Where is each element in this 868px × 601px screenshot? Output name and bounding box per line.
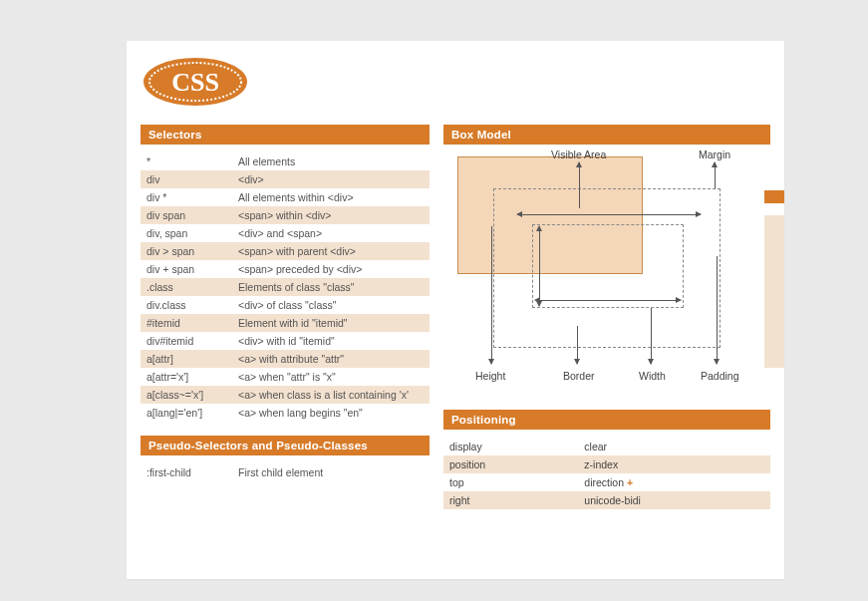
positioning-prop-left: top	[443, 473, 578, 491]
arrow	[715, 162, 716, 188]
table-row: *All elements	[141, 152, 430, 170]
svg-text:CSS: CSS	[171, 68, 219, 97]
left-column: Selectors *All elementsdiv<div>div *All …	[141, 125, 430, 523]
selectors-section: Selectors *All elementsdiv<div>div *All …	[141, 125, 430, 422]
selector-desc-cell: <a> when "attr" is "x"	[232, 368, 430, 386]
table-row: div, span<div> and <span>	[141, 224, 430, 242]
table-row: displayclear	[443, 438, 770, 455]
selector-cell: .class	[141, 278, 232, 296]
arrow	[579, 162, 580, 208]
table-row: div span<span> within <div>	[141, 206, 430, 224]
arrow	[491, 226, 492, 364]
table-row: :first-childFirst child element	[141, 463, 430, 481]
selector-cell: a[attr='x']	[141, 368, 232, 386]
selector-desc-cell: Element with id "itemid"	[232, 314, 430, 332]
positioning-prop-right: direction +	[578, 473, 770, 491]
selector-cell: a[lang|='en']	[141, 404, 232, 422]
table-row: div.class<div> of class "class"	[141, 296, 430, 314]
positioning-prop-right: clear	[578, 438, 770, 455]
selector-desc-cell: <div> with id "itemid"	[232, 332, 430, 350]
selector-desc-cell: <div>	[232, 170, 430, 188]
selector-desc-cell: All elements	[232, 152, 430, 170]
positioning-prop-left: right	[443, 491, 578, 509]
selectors-heading: Selectors	[141, 125, 430, 145]
plus-icon: +	[624, 476, 633, 488]
selector-desc-cell: <div> and <span>	[232, 224, 430, 242]
css-logo-icon: CSS	[141, 55, 250, 109]
selector-cell: div *	[141, 188, 232, 206]
padding-box	[532, 224, 684, 308]
table-row: .classElements of class "class"	[141, 278, 430, 296]
selector-desc-cell: Elements of class "class"	[232, 278, 430, 296]
arrow	[535, 300, 681, 301]
table-row: a[attr='x']<a> when "attr" is "x"	[141, 368, 430, 386]
selector-cell: div	[141, 170, 232, 188]
logo: CSS	[141, 55, 770, 111]
positioning-section: Positioning displayclearpositionz-indext…	[443, 410, 770, 509]
selector-desc-cell: <span> preceded by <div>	[232, 260, 430, 278]
label-padding: Padding	[701, 370, 739, 382]
positioning-prop-left: display	[443, 438, 578, 455]
selector-desc-cell: <span> within <div>	[232, 206, 430, 224]
selector-cell: div.class	[141, 296, 232, 314]
selector-desc-cell: <a> when lang begins "en"	[232, 404, 430, 422]
table-row: div + span<span> preceded by <div>	[141, 260, 430, 278]
selectors-table: *All elementsdiv<div>div *All elements w…	[141, 152, 430, 422]
table-row: a[class~='x']<a> when class is a list co…	[141, 386, 430, 404]
selector-cell: div > span	[141, 242, 232, 260]
pseudo-cell: :first-child	[141, 463, 232, 481]
table-row: a[lang|='en']<a> when lang begins "en"	[141, 404, 430, 422]
table-row: rightunicode-bidi	[443, 491, 770, 509]
selector-desc-cell: All elements within <div>	[232, 188, 430, 206]
cheatsheet-page: CSS Selectors *All elementsdiv<div>div *…	[127, 41, 784, 579]
pseudo-desc-cell: First child element	[232, 463, 430, 481]
right-column: Box Model Visible Area Margin Height Bor…	[443, 125, 770, 523]
selector-cell: a[attr]	[141, 350, 232, 368]
selector-desc-cell: <span> with parent <div>	[232, 242, 430, 260]
selector-cell: *	[141, 152, 232, 170]
arrow	[577, 326, 578, 364]
selector-cell: a[class~='x']	[141, 386, 232, 404]
table-row: a[attr]<a> with attribute "attr"	[141, 350, 430, 368]
table-row: div *All elements within <div>	[141, 188, 430, 206]
arrow	[717, 256, 718, 364]
boxmodel-diagram: Visible Area Margin Height Border Width …	[457, 156, 756, 396]
pseudo-section: Pseudo-Selectors and Pseudo-Classes :fir…	[141, 436, 430, 481]
table-row: topdirection +	[443, 473, 770, 491]
edge-stripes	[764, 190, 784, 368]
arrow	[539, 226, 540, 306]
label-height: Height	[475, 370, 505, 382]
label-visible-area: Visible Area	[551, 149, 606, 160]
selector-cell: div span	[141, 206, 232, 224]
positioning-prop-right: unicode-bidi	[578, 491, 770, 509]
label-width: Width	[639, 370, 666, 382]
pseudo-heading: Pseudo-Selectors and Pseudo-Classes	[141, 436, 430, 455]
label-margin: Margin	[699, 149, 730, 160]
selector-desc-cell: <a> with attribute "attr"	[232, 350, 430, 368]
positioning-table: displayclearpositionz-indextopdirection …	[443, 438, 770, 509]
table-row: div<div>	[141, 170, 430, 188]
table-row: div#itemid<div> with id "itemid"	[141, 332, 430, 350]
positioning-prop-right: z-index	[578, 455, 770, 473]
selector-cell: div + span	[141, 260, 232, 278]
arrow	[651, 308, 652, 364]
table-row: positionz-index	[443, 455, 770, 473]
positioning-prop-left: position	[443, 455, 578, 473]
boxmodel-section: Box Model Visible Area Margin Height Bor…	[443, 125, 770, 396]
positioning-heading: Positioning	[443, 410, 770, 430]
pseudo-table: :first-childFirst child element	[141, 463, 430, 481]
selector-cell: div#itemid	[141, 332, 232, 350]
label-border: Border	[563, 370, 595, 382]
selector-desc-cell: <a> when class is a list containing 'x'	[232, 386, 430, 404]
boxmodel-heading: Box Model	[443, 125, 770, 145]
table-row: div > span<span> with parent <div>	[141, 242, 430, 260]
selector-cell: #itemid	[141, 314, 232, 332]
arrow	[517, 214, 701, 215]
table-row: #itemidElement with id "itemid"	[141, 314, 430, 332]
selector-cell: div, span	[141, 224, 232, 242]
selector-desc-cell: <div> of class "class"	[232, 296, 430, 314]
